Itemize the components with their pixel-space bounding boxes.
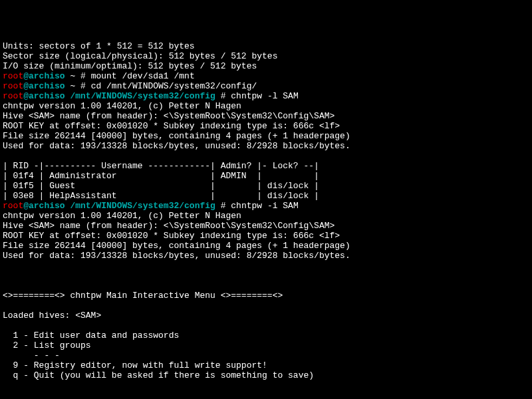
cmd-cd: cd /mnt/WINDOWS/system32/config/ — [91, 81, 257, 91]
prompt-sep: # — [80, 81, 91, 91]
prompt-cwd: /mnt/WINDOWS/system32/config — [65, 91, 221, 101]
prompt-sep: # — [80, 71, 91, 81]
chntpw-filesize: File size 262144 [40000] bytes, containi… — [3, 241, 350, 251]
chntpw-version: chntpw version 1.00 140201, (c) Petter N… — [3, 211, 241, 221]
chntpw-hive: Hive <SAM> name (from header): <\SystemR… — [3, 221, 334, 231]
menu-loaded: Loaded hives: <SAM> — [3, 311, 101, 321]
prompt-sep: # — [221, 201, 231, 211]
disk-units: Units: sectors of 1 * 512 = 512 bytes — [3, 41, 195, 51]
prompt-cwd: /mnt/WINDOWS/system32/config — [65, 201, 221, 211]
prompt-user: root — [3, 91, 23, 101]
cmd-chntpw-i: chntpw -i SAM — [231, 201, 298, 211]
chntpw-rootkey: ROOT KEY at offset: 0x001020 * Subkey in… — [3, 121, 340, 131]
menu-dashes: - - - — [3, 350, 60, 360]
prompt-host: @archiso — [23, 91, 65, 101]
prompt-host: @archiso — [23, 201, 65, 211]
chntpw-usedfor: Used for data: 193/13328 blocks/bytes, u… — [3, 141, 350, 151]
terminal-output: Units: sectors of 1 * 512 = 512 bytes Se… — [3, 41, 529, 399]
prompt-host: @archiso — [23, 81, 65, 91]
chntpw-version: chntpw version 1.00 140201, (c) Petter N… — [3, 101, 241, 111]
menu-opt-9: 9 - Registry editor, now with full write… — [3, 360, 267, 370]
chntpw-usedfor: Used for data: 193/13328 blocks/bytes, u… — [3, 251, 350, 261]
disk-sector: Sector size (logical/physical): 512 byte… — [3, 51, 277, 61]
disk-io: I/O size (minimum/optimal): 512 bytes / … — [3, 61, 257, 71]
chntpw-filesize: File size 262144 [40000] bytes, containi… — [3, 131, 350, 141]
prompt-host: @archiso — [23, 71, 65, 81]
prompt-user: root — [3, 81, 23, 91]
cmd-chntpw-l: chntpw -l SAM — [231, 91, 298, 101]
chntpw-hive: Hive <SAM> name (from header): <\SystemR… — [3, 111, 334, 121]
menu-opt-q: q - Quit (you will be asked if there is … — [3, 370, 314, 380]
menu-opt-2: 2 - List groups — [3, 340, 91, 350]
table-header: | RID -|---------- Username ------------… — [3, 161, 319, 171]
table-row: | 03e8 | HelpAssistant | | dis/lock | — [3, 191, 319, 201]
table-row: | 01f4 | Administrator | ADMIN | | — [3, 171, 319, 181]
prompt-cwd: ~ — [65, 71, 80, 81]
cmd-mount: mount /dev/sda1 /mnt — [91, 71, 195, 81]
prompt-sep: # — [221, 91, 231, 101]
menu-divider: <>========<> chntpw Main Interactive Men… — [3, 291, 283, 301]
table-row: | 01f5 | Guest | | dis/lock | — [3, 181, 319, 191]
prompt-user: root — [3, 71, 23, 81]
menu-opt-1: 1 - Edit user data and passwords — [3, 331, 179, 340]
prompt-cwd: ~ — [65, 81, 80, 91]
chntpw-rootkey: ROOT KEY at offset: 0x001020 * Subkey in… — [3, 231, 340, 241]
prompt-user: root — [3, 201, 23, 211]
